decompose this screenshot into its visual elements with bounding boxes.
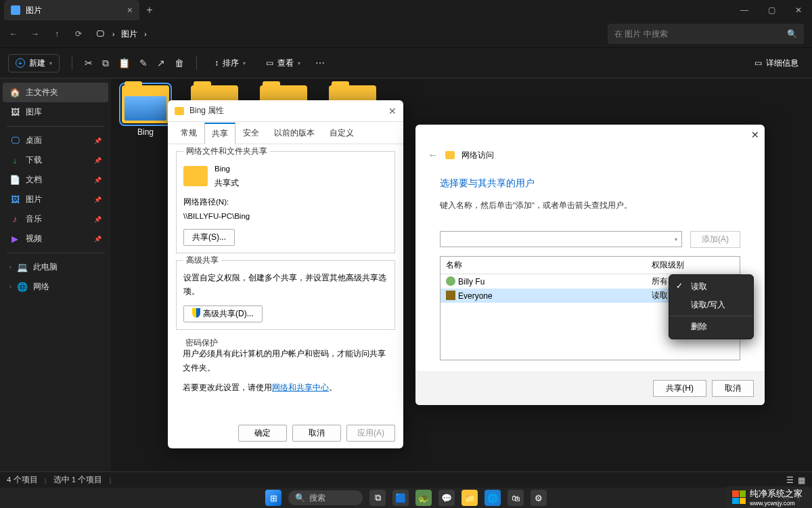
back-icon[interactable]: ← [8,28,19,39]
task-virtual-desktops[interactable]: ⧉ [369,490,386,506]
refresh-icon[interactable]: ⟳ [73,28,84,39]
sort-button[interactable]: ↕ 排序 ▾ [209,55,251,72]
breadcrumb[interactable]: 🖵 › 图片 › [95,28,597,40]
search-icon[interactable]: 🔍 [787,29,797,39]
close-icon[interactable]: ✕ [388,106,397,117]
share-button[interactable]: 共享(H) [653,380,706,397]
taskbar-search[interactable]: 🔍搜索 [288,490,363,505]
minimize-button[interactable]: — [731,0,758,20]
apply-button[interactable]: 应用(A) [346,425,395,442]
grid-view-icon[interactable]: ▦ [798,475,805,485]
dialog-subtext: 键入名称，然后单击"添加"，或者单击箭头查找用户。 [440,200,740,211]
advanced-sharing-section: 高级共享 设置自定义权限，创建多个共享，并设置其他高级共享选项。 高级共享(D)… [176,260,395,330]
list-view-icon[interactable]: ☰ [786,475,794,485]
menu-item-remove[interactable]: 删除 [669,316,753,336]
network-path-value: \\BILLYFU-PC\Bing [183,209,388,224]
chevron-right-icon: › [9,284,12,290]
desktop-icon: 🖵 [9,135,20,146]
details-button[interactable]: ▭ 详细信息 [749,55,804,72]
plus-icon: + [16,58,25,68]
add-button[interactable]: 添加(A) [690,231,740,248]
folder-icon [175,107,184,115]
dialog-breadcrumb: 网络访问 [461,150,494,161]
menu-item-read[interactable]: 读取 [669,278,753,296]
sidebar-item-music[interactable]: ♪音乐📌 [3,209,108,229]
task-chat[interactable]: 💬 [438,490,455,506]
back-icon[interactable]: ← [428,149,438,161]
cancel-button[interactable]: 取消 [712,380,754,397]
paste-icon[interactable]: 📋 [118,58,130,68]
dialog-title: Bing 属性 [189,105,224,117]
new-tab-button[interactable]: + [139,4,160,16]
sidebar: 🏠主文件夹 🖼图库 🖵桌面📌 ↓下载📌 📄文档📌 🖼图片📌 ♪音乐📌 ▶视频📌 … [0,79,111,488]
forward-icon[interactable]: → [30,28,41,39]
column-permission[interactable]: 权限级别 [646,257,740,274]
share-button[interactable]: 共享(S)... [183,229,235,246]
column-name[interactable]: 名称 [441,257,646,274]
task-store[interactable]: 🛍 [508,490,524,506]
menu-item-readwrite[interactable]: 读取/写入 [669,296,753,314]
home-icon: 🏠 [9,87,20,98]
start-button[interactable]: ⊞ [265,490,281,506]
chevron-down-icon: ▾ [243,60,246,66]
maximize-button[interactable]: ▢ [758,0,785,20]
task-app-icon[interactable]: 🐢 [415,490,432,506]
rename-icon[interactable]: ✎ [139,58,148,68]
chevron-right-icon: › [144,30,146,38]
chevron-down-icon: ▾ [49,60,52,66]
document-icon: 📄 [9,175,20,186]
separator [7,253,104,253]
sidebar-item-downloads[interactable]: ↓下载📌 [3,150,108,170]
task-edge[interactable]: 🌐 [484,490,501,506]
task-explorer[interactable]: 📁 [461,490,478,506]
pin-icon: 📌 [94,137,102,144]
video-icon: ▶ [9,234,20,245]
network-access-dialog: ✕ ← 网络访问 选择要与其共享的用户 键入名称，然后单击"添加"，或者单击箭头… [415,125,765,405]
tab-customize[interactable]: 自定义 [322,123,361,144]
sidebar-item-home[interactable]: 🏠主文件夹 [3,83,108,102]
folder-name: Bing [215,162,239,176]
new-button[interactable]: + 新建 ▾ [8,54,60,72]
task-widget[interactable]: 🟦 [392,490,409,506]
separator [196,56,197,70]
user-combobox[interactable]: ▾ [440,231,682,247]
sidebar-item-gallery[interactable]: 🖼图库 [3,102,108,122]
network-sharing-section: 网络文件和文件夹共享 Bing 共享式 网络路径(N): \\BILLYFU-P… [176,151,395,253]
more-icon[interactable]: ⋯ [315,58,325,68]
close-icon[interactable]: ✕ [751,129,759,140]
tab-previous[interactable]: 以前的版本 [267,123,322,144]
close-window-button[interactable]: ✕ [785,0,812,20]
cut-icon[interactable]: ✂ [85,58,93,68]
network-path-label: 网络路径(N): [183,195,388,209]
ok-button[interactable]: 确定 [238,425,287,442]
network-center-link[interactable]: 网络和共享中心 [272,383,329,391]
explorer-tab[interactable]: 图片 × [4,0,139,20]
view-button[interactable]: ▭ 查看 ▾ [261,55,306,72]
sidebar-item-network[interactable]: ›🌐网络 [3,277,108,297]
pin-icon: 📌 [94,216,102,223]
sidebar-item-documents[interactable]: 📄文档📌 [3,170,108,190]
close-tab-icon[interactable]: × [127,5,133,16]
sidebar-item-desktop[interactable]: 🖵桌面📌 [3,131,108,150]
separator [7,126,104,127]
folder-bing[interactable]: Bing [118,85,173,137]
sidebar-item-pictures[interactable]: 🖼图片📌 [3,190,108,209]
pictures-icon: 🖼 [9,194,20,205]
cancel-button[interactable]: 取消 [292,425,341,442]
breadcrumb-pictures[interactable]: 图片 [121,28,137,40]
details-icon: ▭ [754,58,762,68]
tab-security[interactable]: 安全 [235,123,267,144]
share-icon[interactable]: ↗ [157,58,165,68]
sidebar-item-videos[interactable]: ▶视频📌 [3,229,108,249]
advanced-sharing-button[interactable]: 高级共享(D)... [183,305,263,322]
task-settings[interactable]: ⚙ [531,490,547,506]
sidebar-item-thispc[interactable]: ›💻此电脑 [3,257,108,277]
delete-icon[interactable]: 🗑 [175,58,184,68]
watermark: 纯净系统之家 www.ycwsjy.com [725,486,809,508]
permission-context-menu: 读取 读取/写入 删除 [669,274,754,339]
copy-icon[interactable]: ⧉ [102,58,109,69]
tab-general[interactable]: 常规 [173,123,204,144]
tab-sharing[interactable]: 共享 [204,123,235,144]
up-icon[interactable]: ↑ [51,28,62,39]
search-input[interactable]: 在 图片 中搜索 🔍 [608,24,804,44]
